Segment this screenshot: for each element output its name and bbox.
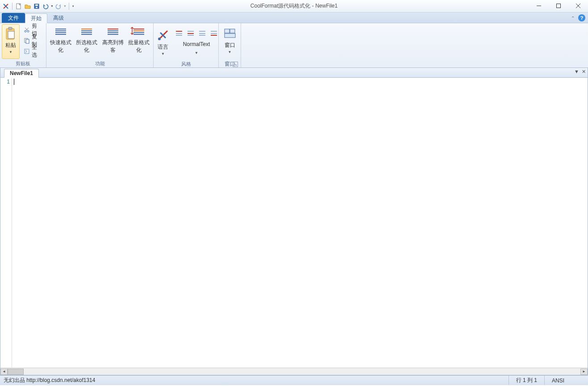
sel-format-icon bbox=[79, 26, 94, 37]
window-title: CoolFormat源代码格式化 - NewFile1 bbox=[0, 2, 588, 10]
tab-start[interactable]: 开始 bbox=[25, 13, 47, 23]
new-file-icon[interactable] bbox=[15, 2, 23, 10]
scroll-right-icon[interactable]: ► bbox=[580, 369, 588, 375]
svg-rect-5 bbox=[557, 4, 561, 8]
group-clipboard: 粘贴 ▼ 剪切 复制 全选 剪贴板 bbox=[0, 23, 46, 67]
redo-icon[interactable] bbox=[54, 2, 63, 10]
copy-icon bbox=[24, 37, 30, 44]
title-bar: ▼ ▼ ▾ CoolFormat源代码格式化 - NewFile1 bbox=[0, 0, 588, 13]
editor[interactable]: 1 bbox=[0, 78, 588, 368]
undo-dropdown-icon[interactable]: ▼ bbox=[50, 4, 54, 8]
window-button[interactable]: 窗口 ▼ bbox=[221, 24, 239, 59]
svg-rect-34 bbox=[230, 29, 235, 33]
group-function-label: 功能 bbox=[48, 60, 151, 67]
style-preset-1[interactable] bbox=[174, 29, 184, 38]
qat-customize-icon[interactable]: ▾ bbox=[71, 4, 75, 8]
paste-button[interactable]: 粘贴 ▼ bbox=[2, 24, 20, 59]
select-all-button[interactable]: 全选 bbox=[21, 46, 43, 56]
sel-format-button[interactable]: 所选格式化 bbox=[74, 24, 99, 59]
select-all-label: 全选 bbox=[32, 44, 41, 59]
code-area[interactable] bbox=[12, 78, 588, 368]
scroll-track[interactable] bbox=[8, 369, 580, 375]
svg-rect-33 bbox=[225, 29, 229, 33]
fast-format-icon bbox=[54, 26, 68, 37]
svg-point-12 bbox=[27, 30, 29, 32]
scroll-thumb[interactable] bbox=[8, 369, 24, 375]
group-function: 快速格式化 所选格式化 高亮到博客 批量格式化 功能 bbox=[46, 23, 154, 67]
status-rowcol: 行 1 列 1 bbox=[509, 376, 544, 385]
group-clipboard-label: 剪贴板 bbox=[2, 60, 44, 67]
language-icon bbox=[156, 28, 170, 42]
status-bar: 无幻出品 http://blog.csdn.net/akof1314 行 1 列… bbox=[0, 375, 588, 385]
highlight-blog-label: 高亮到博客 bbox=[101, 39, 125, 54]
open-file-icon[interactable] bbox=[24, 2, 32, 10]
chevron-down-icon: ▼ bbox=[228, 50, 232, 54]
paste-label: 粘贴 bbox=[5, 42, 16, 49]
group-style: 语言 ▼ NormalText ▼ 风格 bbox=[154, 23, 219, 67]
svg-point-20 bbox=[158, 38, 161, 40]
window-icon bbox=[223, 26, 237, 41]
gutter: 1 bbox=[0, 78, 12, 368]
separator bbox=[12, 3, 13, 10]
document-tab[interactable]: NewFile1 bbox=[4, 69, 39, 78]
save-icon[interactable] bbox=[33, 2, 41, 10]
window-controls bbox=[529, 0, 588, 12]
language-label: 语言 bbox=[158, 43, 168, 51]
tab-close-icon[interactable]: ✕ bbox=[582, 69, 586, 75]
fast-format-label: 快速格式化 bbox=[49, 39, 73, 54]
close-button[interactable] bbox=[568, 0, 588, 12]
svg-rect-10 bbox=[8, 31, 14, 38]
window-label: 窗口 bbox=[225, 42, 235, 49]
paste-icon bbox=[4, 26, 18, 41]
select-all-icon bbox=[24, 48, 30, 55]
chevron-down-icon[interactable]: ▼ bbox=[195, 51, 198, 55]
document-tab-controls: ▼ ✕ bbox=[574, 69, 586, 75]
batch-format-button[interactable]: 批量格式化 bbox=[126, 24, 151, 59]
fast-format-button[interactable]: 快速格式化 bbox=[48, 24, 73, 59]
chevron-down-icon: ▼ bbox=[9, 50, 13, 54]
style-preset-4[interactable] bbox=[209, 29, 219, 38]
batch-format-icon bbox=[132, 26, 146, 37]
horizontal-scrollbar[interactable]: ◄ ► bbox=[0, 368, 588, 375]
highlight-blog-icon bbox=[106, 26, 120, 37]
svg-rect-35 bbox=[225, 34, 235, 38]
tab-right-controls: ⌃ ? bbox=[571, 14, 585, 21]
scissors-icon bbox=[24, 26, 30, 34]
status-left: 无幻出品 http://blog.csdn.net/akof1314 bbox=[4, 377, 509, 384]
minimize-ribbon-icon[interactable]: ⌃ bbox=[571, 16, 575, 21]
language-button[interactable]: 语言 ▼ bbox=[155, 26, 171, 61]
group-window: 窗口 ▼ 窗口 ↘ bbox=[219, 23, 241, 67]
ribbon: 粘贴 ▼ 剪切 复制 全选 剪贴板 bbox=[0, 23, 588, 68]
tab-menu-icon[interactable]: ▼ bbox=[574, 69, 579, 75]
help-icon[interactable]: ? bbox=[578, 14, 585, 21]
document-area: NewFile1 ▼ ✕ 1 ◄ ► bbox=[0, 68, 588, 375]
group-window-label: 窗口 ↘ bbox=[221, 60, 239, 67]
quick-access-toolbar: ▼ ▼ ▾ bbox=[0, 2, 75, 10]
app-icon[interactable] bbox=[2, 2, 10, 10]
svg-rect-16 bbox=[26, 39, 29, 43]
redo-dropdown-icon[interactable]: ▼ bbox=[63, 4, 67, 8]
document-tabs: NewFile1 ▼ ✕ bbox=[0, 68, 588, 78]
batch-format-label: 批量格式化 bbox=[127, 39, 151, 54]
style-icon-row bbox=[174, 27, 219, 38]
highlight-blog-button[interactable]: 高亮到博客 bbox=[100, 24, 125, 59]
group-style-label: 风格 bbox=[155, 61, 217, 67]
svg-rect-3 bbox=[36, 7, 38, 8]
svg-rect-2 bbox=[35, 4, 38, 6]
line-number: 1 bbox=[0, 79, 10, 85]
tab-advanced[interactable]: 高级 bbox=[47, 13, 70, 23]
style-preset-2[interactable] bbox=[186, 29, 196, 38]
separator bbox=[69, 3, 69, 10]
normal-text-label: NormalText bbox=[183, 41, 210, 47]
style-preset-3[interactable] bbox=[197, 29, 207, 38]
maximize-button[interactable] bbox=[549, 0, 568, 12]
undo-icon[interactable] bbox=[42, 2, 50, 10]
ribbon-tab-row: 文件 开始 高级 ⌃ ? bbox=[0, 13, 588, 23]
tab-file[interactable]: 文件 bbox=[2, 13, 25, 23]
caret bbox=[14, 79, 14, 85]
dialog-launcher-icon[interactable]: ↘ bbox=[233, 62, 238, 67]
scroll-left-icon[interactable]: ◄ bbox=[0, 369, 8, 375]
svg-rect-9 bbox=[8, 27, 12, 29]
sel-format-label: 所选格式化 bbox=[75, 39, 99, 54]
minimize-button[interactable] bbox=[529, 0, 549, 12]
